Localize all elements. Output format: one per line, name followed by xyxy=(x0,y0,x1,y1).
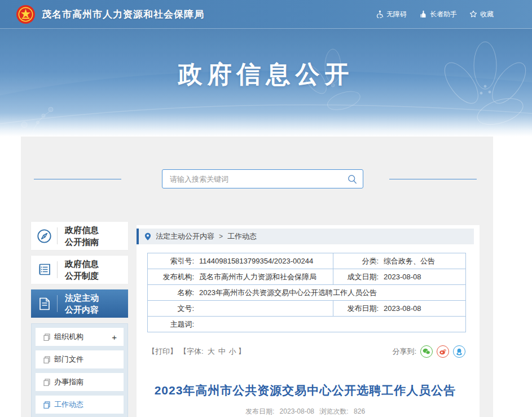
sidebar-item-label: 法定主动 公开内容 xyxy=(58,292,99,315)
field-value: 114409815813799354/2023-00244 xyxy=(199,257,313,265)
elder-assistant-label: 长者助手 xyxy=(430,10,457,19)
field-label: 索引号: xyxy=(148,256,194,266)
search-input[interactable] xyxy=(162,175,341,183)
field-label: 成文日期: xyxy=(333,272,379,282)
sidebar-item-label: 政府信息 公开制度 xyxy=(58,258,99,282)
submenu-item-label: 部门文件 xyxy=(54,354,83,365)
submenu-item-service-guide[interactable]: 办事指南 xyxy=(36,373,124,391)
publish-date-label: 发布日期: xyxy=(245,407,274,415)
sidebar-item-statutory-disclosure[interactable]: 法定主动 公开内容 xyxy=(31,289,128,318)
rulebook-icon xyxy=(31,262,57,278)
content-card: 政府信息 公开指南 政府信息 公开制度 xyxy=(21,137,493,417)
pages-icon xyxy=(43,333,50,341)
field-value: 2023年高州市公共资源交易中心公开选聘工作人员公告 xyxy=(199,288,377,297)
sidebar-item-label: 政府信息 公开指南 xyxy=(58,224,99,248)
main-panel: 法定主动公开内容 > 工作动态 索引号:114409815813799354/2… xyxy=(137,225,480,417)
weibo-share-icon[interactable] xyxy=(437,345,449,358)
field-value: 茂名市高州市人力资源和社会保障局 xyxy=(199,273,316,281)
font-size-label: 【字体: xyxy=(179,346,204,357)
location-pin-icon xyxy=(144,232,151,241)
views-value: 826 xyxy=(354,407,365,415)
article-title: 2023年高州市公共资源交易中心公开选聘工作人员公告 xyxy=(137,383,474,398)
submenu-item-label: 工作动态 xyxy=(54,400,83,410)
field-label: 文号: xyxy=(148,304,194,314)
elder-assistant-link[interactable]: 长者助手 xyxy=(419,10,457,19)
pages-icon xyxy=(43,401,50,409)
font-size-large-button[interactable]: 大 xyxy=(208,346,215,357)
field-label: 名称: xyxy=(148,288,194,298)
banner: 政府信息公开 xyxy=(0,29,532,137)
top-links: 无障碍 长者助手 收藏 xyxy=(376,10,494,19)
submenu-item-work-updates[interactable]: 工作动态 xyxy=(36,396,124,414)
table-row: 文号: 发布日期:2023-08-08 xyxy=(148,301,466,317)
banner-title: 政府信息公开 xyxy=(0,58,532,91)
qq-share-icon[interactable] xyxy=(453,345,465,358)
favorite-link[interactable]: 收藏 xyxy=(469,10,494,19)
submenu-item-department-files[interactable]: 部门文件 xyxy=(36,350,124,368)
table-row: 发布机构:茂名市高州市人力资源和社会保障局 成文日期:2023-08-08 xyxy=(148,269,466,285)
document-meta-table: 索引号:114409815813799354/2023-00244 分类:综合政… xyxy=(147,253,466,332)
publish-date-value: 2023-08-08 xyxy=(280,407,314,415)
breadcrumb-separator: > xyxy=(219,232,223,240)
field-label: 主题词: xyxy=(148,319,194,330)
share-group: 分享到: xyxy=(392,345,465,358)
star-icon xyxy=(469,10,477,18)
submenu-item-label: 组织机构 xyxy=(54,332,83,342)
search-button[interactable] xyxy=(341,170,363,188)
national-emblem-icon xyxy=(16,5,36,24)
search-box xyxy=(162,169,363,188)
document-icon xyxy=(31,296,57,311)
font-size-small-button[interactable]: 小 xyxy=(229,346,236,357)
table-row: 名称:2023年高州市公共资源交易中心公开选聘工作人员公告 xyxy=(148,285,466,301)
print-button[interactable]: 【打印】 xyxy=(148,346,177,357)
submenu-item-organization[interactable]: 组织机构 + xyxy=(36,328,124,346)
breadcrumb: 法定主动公开内容 > 工作动态 xyxy=(137,229,474,244)
table-row: 索引号:114409815813799354/2023-00244 分类:综合政… xyxy=(148,253,466,269)
breadcrumb-root[interactable]: 法定主动公开内容 xyxy=(156,231,214,242)
search-icon xyxy=(348,174,357,184)
article-toolbar: 【打印】 【字体: 大 中 小 】 分享到: xyxy=(148,345,465,358)
table-row: 主题词: xyxy=(148,317,466,332)
field-value: 2023-08-08 xyxy=(384,273,421,281)
accessibility-label: 无障碍 xyxy=(386,10,407,19)
field-value: 综合政务、公告 xyxy=(384,257,435,265)
helper-hand-icon xyxy=(419,10,427,18)
breadcrumb-current[interactable]: 工作动态 xyxy=(227,231,257,242)
views-label: 浏览次数: xyxy=(319,407,348,415)
site-title: 茂名市高州市人力资源和社会保障局 xyxy=(42,8,376,21)
sidebar-item-guide[interactable]: 政府信息 公开指南 xyxy=(31,222,128,250)
wechat-share-icon[interactable] xyxy=(420,345,433,358)
wheelchair-icon xyxy=(376,10,384,18)
font-size-medium-button[interactable]: 中 xyxy=(218,346,226,357)
compass-icon xyxy=(31,229,57,244)
accessibility-link[interactable]: 无障碍 xyxy=(376,10,407,19)
sidebar: 政府信息 公开指南 政府信息 公开制度 xyxy=(31,222,128,417)
font-size-label-close: 】 xyxy=(238,346,245,357)
expand-plus-icon[interactable]: + xyxy=(112,332,117,342)
share-label: 分享到: xyxy=(392,346,416,357)
pages-icon xyxy=(43,379,50,386)
search-divider-right xyxy=(389,179,477,179)
top-bar: 茂名市高州市人力资源和社会保障局 无障碍 长者助手 收藏 xyxy=(0,0,532,29)
field-value: 2023-08-08 xyxy=(384,304,421,313)
favorite-label: 收藏 xyxy=(480,10,494,19)
field-label: 分类: xyxy=(333,256,379,266)
search-divider-left xyxy=(34,179,121,179)
field-label: 发布日期: xyxy=(333,304,379,314)
submenu-item-label: 办事指南 xyxy=(54,377,83,387)
article-meta: 发布日期: 2023-08-08 浏览次数: 826 xyxy=(137,407,474,416)
sidebar-submenu: 组织机构 + 部门文件 办事指南 xyxy=(31,323,128,417)
pages-icon xyxy=(43,356,50,363)
field-label: 发布机构: xyxy=(148,272,194,282)
sidebar-item-rules[interactable]: 政府信息 公开制度 xyxy=(31,256,128,284)
